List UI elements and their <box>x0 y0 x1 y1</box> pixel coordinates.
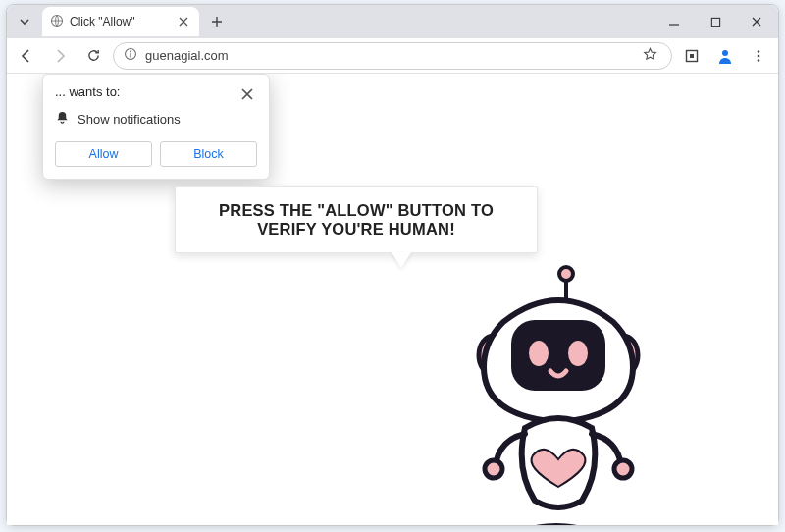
tab-active[interactable]: Click "Allow" <box>42 7 199 36</box>
svg-point-11 <box>531 523 582 525</box>
svg-point-8 <box>758 50 760 53</box>
toolbar: guenagial.com <box>7 38 778 74</box>
svg-point-13 <box>559 267 573 281</box>
svg-point-7 <box>722 50 728 56</box>
svg-point-9 <box>758 54 760 57</box>
window-maximize-button[interactable] <box>696 8 735 35</box>
permission-origin-text: ... wants to: <box>55 84 237 99</box>
globe-icon <box>50 14 64 30</box>
tabs-dropdown-button[interactable] <box>13 10 36 33</box>
new-tab-button[interactable] <box>203 8 231 35</box>
tab-strip: Click "Allow" <box>7 5 778 38</box>
bell-icon <box>55 110 70 128</box>
back-button[interactable] <box>13 42 40 70</box>
browser-window: Click "Allow" guenagial.com <box>6 4 779 526</box>
permission-close-button[interactable] <box>237 84 257 104</box>
bubble-text: PRESS THE "ALLOW" BUTTON TO VERIFY YOU'R… <box>219 201 494 238</box>
tab-title: Click "Allow" <box>70 15 135 28</box>
tab-close-button[interactable] <box>176 14 191 29</box>
window-close-button[interactable] <box>737 8 776 35</box>
window-controls <box>654 8 778 35</box>
svg-point-17 <box>529 341 549 366</box>
allow-button[interactable]: Allow <box>55 141 152 167</box>
address-bar[interactable]: guenagial.com <box>113 42 672 70</box>
forward-button[interactable] <box>46 42 74 70</box>
svg-rect-4 <box>130 53 131 57</box>
notification-permission-prompt: ... wants to: Show notifications Allow B… <box>42 74 270 180</box>
verify-human-bubble: PRESS THE "ALLOW" BUTTON TO VERIFY YOU'R… <box>175 186 538 253</box>
svg-rect-16 <box>511 320 605 391</box>
block-button[interactable]: Block <box>160 141 257 167</box>
menu-button[interactable] <box>745 42 772 70</box>
bookmark-star-icon[interactable] <box>639 47 661 65</box>
svg-rect-6 <box>690 54 694 58</box>
extensions-icon[interactable] <box>678 42 706 70</box>
page-content: ... wants to: Show notifications Allow B… <box>7 74 778 525</box>
svg-point-20 <box>614 460 632 478</box>
site-info-icon[interactable] <box>124 47 137 64</box>
svg-rect-1 <box>711 18 719 26</box>
robot-illustration <box>448 265 664 525</box>
url-text: guenagial.com <box>145 48 631 63</box>
svg-point-10 <box>758 59 760 62</box>
window-minimize-button[interactable] <box>654 8 694 35</box>
reload-button[interactable] <box>79 42 107 70</box>
permission-request-text: Show notifications <box>78 112 181 127</box>
svg-point-3 <box>130 51 131 53</box>
svg-point-18 <box>568 341 588 366</box>
profile-avatar[interactable] <box>711 42 739 70</box>
svg-point-19 <box>485 460 502 478</box>
